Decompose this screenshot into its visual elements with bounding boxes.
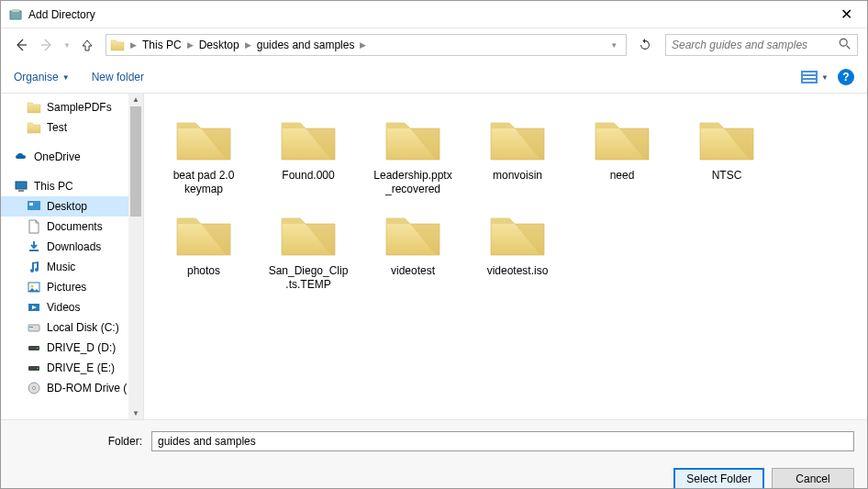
- sidebar-item[interactable]: Pictures: [1, 277, 143, 297]
- breadcrumb-dropdown-icon[interactable]: ▾: [606, 40, 622, 50]
- sidebar-item-label: DRIVE_E (E:): [47, 361, 115, 374]
- sidebar-item[interactable]: Documents: [1, 217, 143, 237]
- folder-item[interactable]: videotest.iso: [476, 206, 559, 292]
- folder-item[interactable]: San_Diego_Clip.ts.TEMP: [267, 206, 350, 292]
- svg-rect-15: [29, 327, 33, 328]
- breadcrumb-folder-icon: [110, 38, 125, 52]
- scroll-up-icon[interactable]: ▲: [132, 95, 139, 104]
- sidebar-item[interactable]: OneDrive: [1, 147, 143, 167]
- sidebar-scrollbar[interactable]: ▲ ▼: [128, 94, 143, 419]
- folder-item[interactable]: photos: [162, 206, 245, 292]
- music-icon: [27, 260, 41, 274]
- sidebar-item-label: Local Disk (C:): [47, 321, 119, 334]
- organise-label: Organise: [14, 71, 59, 83]
- sidebar-item[interactable]: DRIVE_D (D:): [1, 338, 143, 358]
- sidebar-item[interactable]: BD-ROM Drive (: [1, 378, 143, 398]
- folder-icon: [590, 110, 654, 165]
- folder-item[interactable]: beat pad 2.0 keymap: [162, 110, 245, 196]
- folder-icon: [27, 100, 41, 115]
- nav-up-button[interactable]: [76, 34, 98, 56]
- folder-icon: [485, 110, 550, 165]
- folder-item[interactable]: Leadership.pptx_recovered: [372, 110, 454, 196]
- folder-icon: [276, 206, 340, 261]
- svg-rect-8: [18, 190, 24, 192]
- svg-rect-1: [12, 9, 19, 12]
- disk-icon: [27, 320, 41, 335]
- documents-icon: [27, 219, 41, 234]
- nav-back-button[interactable]: [10, 34, 32, 56]
- content-area[interactable]: beat pad 2.0 keymapFound.000Leadership.p…: [144, 94, 867, 419]
- breadcrumb-part[interactable]: This PC: [139, 39, 185, 51]
- view-options-button[interactable]: ▼: [801, 71, 829, 83]
- folder-icon: [276, 110, 340, 165]
- sidebar-item[interactable]: Videos: [1, 297, 143, 317]
- chevron-right-icon[interactable]: ▶: [243, 40, 253, 50]
- refresh-button[interactable]: [634, 34, 656, 56]
- organise-menu[interactable]: Organise ▼: [14, 71, 70, 83]
- pictures-icon: [27, 280, 41, 295]
- desktop-icon: [27, 199, 41, 214]
- folder-item[interactable]: need: [581, 110, 663, 196]
- nav-recent-dropdown[interactable]: ▼: [61, 34, 72, 56]
- svg-rect-6: [803, 80, 816, 82]
- chevron-right-icon[interactable]: ▶: [358, 40, 368, 50]
- thispc-icon: [14, 179, 28, 194]
- folder-item[interactable]: monvoisin: [476, 110, 559, 196]
- sidebar-item-label: SamplePDFs: [47, 101, 112, 114]
- svg-point-12: [31, 285, 34, 288]
- close-button[interactable]: ✕: [833, 6, 860, 23]
- folder-item[interactable]: NTSC: [685, 110, 768, 196]
- search-icon[interactable]: [839, 38, 851, 53]
- sidebar-item-label: Pictures: [47, 281, 86, 294]
- scroll-down-icon[interactable]: ▼: [132, 409, 139, 417]
- folder-icon: [695, 110, 759, 165]
- search-field[interactable]: [672, 39, 839, 51]
- sidebar-item-label: This PC: [34, 180, 73, 193]
- cancel-button[interactable]: Cancel: [772, 468, 854, 489]
- folder-item[interactable]: Found.000: [267, 110, 350, 196]
- folder-icon: [27, 120, 41, 135]
- sidebar: SamplePDFsTestOneDriveThis PCDesktopDocu…: [1, 94, 144, 419]
- search-input[interactable]: [665, 34, 858, 56]
- sidebar-item-label: Documents: [47, 220, 103, 233]
- downloads-icon: [27, 239, 41, 254]
- scroll-thumb[interactable]: [130, 106, 141, 217]
- sidebar-item[interactable]: Music: [1, 257, 143, 277]
- sidebar-item-label: OneDrive: [34, 150, 81, 163]
- dropdown-icon: ▼: [821, 73, 829, 82]
- svg-rect-4: [803, 72, 816, 74]
- folder-name-label: beat pad 2.0 keymap: [162, 169, 245, 196]
- svg-rect-10: [29, 203, 33, 206]
- help-button[interactable]: ?: [838, 69, 854, 85]
- sidebar-item[interactable]: DRIVE_E (E:): [1, 358, 143, 378]
- sidebar-item-label: Desktop: [47, 200, 87, 213]
- sidebar-item-label: Music: [47, 261, 75, 273]
- sidebar-item[interactable]: Local Disk (C:): [1, 317, 143, 338]
- sidebar-item[interactable]: Downloads: [1, 237, 143, 257]
- breadcrumb-part[interactable]: Desktop: [195, 39, 243, 51]
- nav-forward-button[interactable]: [36, 34, 58, 56]
- folder-icon: [172, 110, 236, 165]
- folder-name-label: San_Diego_Clip.ts.TEMP: [267, 264, 350, 292]
- new-folder-button[interactable]: New folder: [92, 71, 144, 83]
- svg-point-17: [37, 348, 39, 350]
- sidebar-item[interactable]: SamplePDFs: [1, 97, 143, 117]
- folder-item[interactable]: videotest: [372, 206, 454, 292]
- sidebar-item-label: Videos: [47, 301, 80, 314]
- select-folder-button[interactable]: Select Folder: [673, 468, 764, 489]
- folder-name-label: videotest.iso: [487, 264, 549, 278]
- onedrive-icon: [14, 150, 28, 164]
- chevron-right-icon[interactable]: ▶: [185, 40, 195, 50]
- new-folder-label: New folder: [92, 71, 144, 83]
- sidebar-item[interactable]: Test: [1, 117, 143, 138]
- folder-name-input[interactable]: [151, 431, 854, 451]
- sidebar-item[interactable]: This PC: [1, 176, 143, 196]
- folder-name-label: Found.000: [282, 169, 334, 183]
- breadcrumb-part[interactable]: guides and samples: [253, 39, 359, 51]
- breadcrumb[interactable]: ▶ This PC ▶ Desktop ▶ guides and samples…: [106, 34, 627, 56]
- chevron-right-icon[interactable]: ▶: [128, 40, 139, 50]
- folder-name-label: NTSC: [712, 169, 742, 183]
- sidebar-item[interactable]: Desktop: [1, 196, 143, 217]
- dropdown-icon: ▼: [62, 73, 70, 82]
- svg-point-19: [37, 368, 39, 370]
